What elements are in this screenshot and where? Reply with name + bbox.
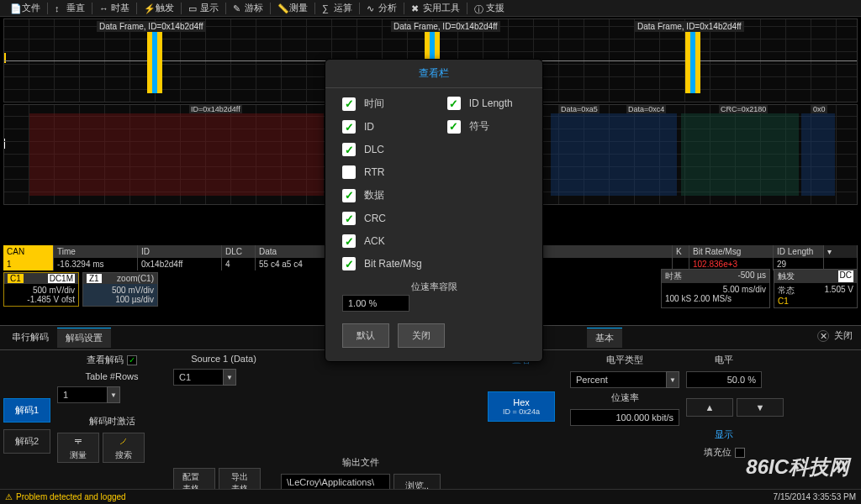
column-toggle[interactable]: 符号 xyxy=(447,119,513,134)
spin-down-button[interactable]: ▼ xyxy=(737,398,784,417)
checkbox-label: ACK xyxy=(364,235,385,247)
view-decode-checkbox[interactable] xyxy=(127,355,137,365)
column-toggle[interactable]: CRC xyxy=(342,212,422,225)
chevron-down-icon[interactable]: ▼ xyxy=(107,386,120,403)
spin-up-button[interactable]: ▲ xyxy=(686,398,733,417)
column-toggle[interactable]: ID xyxy=(342,120,422,134)
menu-support[interactable]: ⓘ支援 xyxy=(467,2,511,14)
readout-trigger[interactable]: 触发DC 常态1.505 V C1 xyxy=(774,269,858,308)
right-readouts: 时基-500 µs 5.00 ms/div 100 kS 2.00 MS/s 触… xyxy=(661,269,858,308)
math-icon: ∑ xyxy=(322,3,331,13)
info-icon: ⓘ xyxy=(474,3,483,13)
level-input[interactable]: 50.0 % xyxy=(686,371,762,388)
chevron-down-icon[interactable]: ▼ xyxy=(223,369,236,386)
checkbox-label: 数据 xyxy=(364,188,384,202)
segment-label-crc: CRC=0x2180 xyxy=(719,105,768,113)
frame-label: Data Frame, ID=0x14b2d4ff xyxy=(635,21,744,32)
tab-decode-setup[interactable]: 解码设置 xyxy=(57,328,111,348)
readout-timebase[interactable]: 时基-500 µs 5.00 ms/div 100 kS 2.00 MS/s xyxy=(661,269,770,308)
output-file-label: 输出文件 xyxy=(281,456,441,469)
checkbox-icon[interactable] xyxy=(342,97,356,111)
search-button[interactable]: ⟋搜索 xyxy=(103,433,145,463)
menu-cursor[interactable]: ✎游标 xyxy=(226,2,270,14)
menu-measure[interactable]: 📏测量 xyxy=(271,2,314,14)
tab-serial-decode[interactable]: 串行解码 xyxy=(3,328,57,348)
table-scroll-icon[interactable]: ▾ xyxy=(824,245,858,258)
menu-timebase[interactable]: ↔时基 xyxy=(92,2,136,14)
table-rows-label: Table #Rows xyxy=(57,371,166,381)
close-icon[interactable]: ✕ xyxy=(817,330,829,342)
menu-vertical[interactable]: ↕垂直 xyxy=(48,2,92,14)
tolerance-label: 位速率容限 xyxy=(342,281,526,293)
search-icon: ⟋ xyxy=(118,434,129,448)
file-icon: 📄 xyxy=(10,3,19,13)
analyze-icon: ∿ xyxy=(367,3,376,13)
checkbox-icon[interactable] xyxy=(342,165,356,179)
status-time: 7/15/2014 3:35:53 PM xyxy=(774,492,856,501)
menu-bar: 📄文件 ↕垂直 ↔时基 ⚡触发 ▭显示 ✎游标 📏测量 ∑运算 ∿分析 ✖实用工… xyxy=(0,0,861,17)
close-label: 关闭 xyxy=(834,329,853,342)
frame-label: Data Frame, ID=0x14b2d4ff xyxy=(391,21,500,32)
close-button[interactable]: 关闭 xyxy=(398,323,445,348)
level-type-select[interactable]: Percent▼ xyxy=(570,371,679,388)
bitrate-label: 位速率 xyxy=(570,391,679,404)
hex-button[interactable]: Hex ID = 0x24a xyxy=(488,391,555,422)
checkbox-label: CRC xyxy=(364,213,386,224)
checkbox-label: 时间 xyxy=(364,97,384,111)
segment-label-data: Data=0xc4 xyxy=(626,105,666,113)
readout-z1[interactable]: Z1zoom(C1) 500 mV/div 100 µs/div xyxy=(82,272,158,307)
checkbox-label: ID Length xyxy=(469,97,513,109)
checkbox-icon[interactable] xyxy=(447,120,461,134)
checkbox-label: 符号 xyxy=(469,119,489,134)
checkbox-icon[interactable] xyxy=(342,120,356,134)
tolerance-input[interactable]: 1.00 % xyxy=(342,295,409,312)
frame-label: Data Frame, ID=0x14b2d4ff xyxy=(97,21,206,32)
checkbox-icon[interactable] xyxy=(342,143,356,156)
menu-display[interactable]: ▭显示 xyxy=(182,2,225,14)
status-message: Problem detected and logged xyxy=(5,492,126,501)
status-bar: Problem detected and logged 7/15/2014 3:… xyxy=(0,489,861,504)
cursor-icon: ✎ xyxy=(233,3,242,13)
view-columns-dialog: 查看栏 时间IDDLCRTR数据CRCACKBit Rate/Msg ID Le… xyxy=(325,59,543,362)
segment-label-x0: 0x0 xyxy=(811,105,827,113)
checkbox-icon[interactable] xyxy=(342,234,356,248)
display-icon: ▭ xyxy=(188,3,198,13)
default-button[interactable]: 默认 xyxy=(342,323,389,348)
column-toggle[interactable]: RTR xyxy=(342,165,422,179)
menu-trigger[interactable]: ⚡触发 xyxy=(137,2,181,14)
view-decode-label: 查看解码 xyxy=(57,354,166,366)
menu-utility[interactable]: ✖实用工具 xyxy=(404,2,467,14)
column-toggle[interactable]: ID Length xyxy=(447,97,513,110)
checkbox-icon[interactable] xyxy=(342,189,356,202)
checkbox-label: Bit Rate/Msg xyxy=(364,258,422,270)
display-label: 显示 xyxy=(686,428,762,441)
checkbox-icon[interactable] xyxy=(342,257,356,270)
readout-c1[interactable]: C1DC1M 500 mV/div -1.485 V ofst xyxy=(3,272,79,307)
decode2-button[interactable]: 解码2 xyxy=(3,429,50,454)
bitrate-input[interactable]: 100.000 kbit/s xyxy=(570,409,679,426)
fill-checkbox[interactable] xyxy=(735,448,745,458)
column-toggle[interactable]: ACK xyxy=(342,234,422,248)
checkbox-label: RTR xyxy=(364,166,384,178)
tab-basic[interactable]: 基本 xyxy=(587,328,622,348)
checkbox-label: ID xyxy=(364,121,374,133)
level-type-label: 电平类型 xyxy=(570,354,679,366)
checkbox-icon[interactable] xyxy=(447,97,461,110)
level-label: 电平 xyxy=(686,354,762,366)
column-toggle[interactable]: DLC xyxy=(342,143,422,156)
column-toggle[interactable]: Bit Rate/Msg xyxy=(342,257,422,270)
menu-analyze[interactable]: ∿分析 xyxy=(360,2,404,14)
chevron-down-icon[interactable]: ▼ xyxy=(666,371,679,388)
source-select[interactable]: C1▼ xyxy=(173,369,274,386)
timebase-icon: ↔ xyxy=(99,3,108,13)
column-toggle[interactable]: 数据 xyxy=(342,188,422,202)
decode1-button[interactable]: 解码1 xyxy=(3,398,50,423)
checkbox-icon[interactable] xyxy=(342,212,356,225)
menu-file[interactable]: 📄文件 xyxy=(3,2,47,14)
vertical-icon: ↕ xyxy=(55,3,64,13)
table-rows-input[interactable]: 1▼ xyxy=(57,386,166,403)
measure-button[interactable]: ⫧测量 xyxy=(57,433,99,463)
menu-math[interactable]: ∑运算 xyxy=(315,2,359,14)
dialog-title: 查看栏 xyxy=(325,60,542,88)
column-toggle[interactable]: 时间 xyxy=(342,97,422,111)
